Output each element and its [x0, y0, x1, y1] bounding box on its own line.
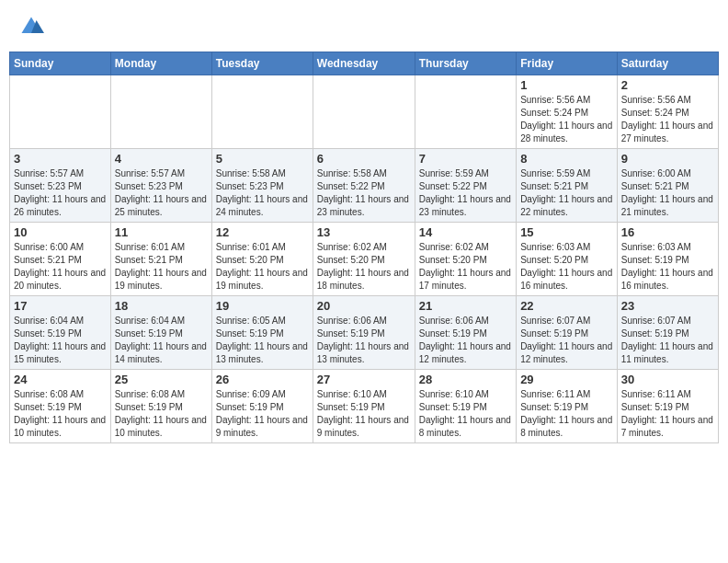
calendar-week-row: 1Sunrise: 5:56 AM Sunset: 5:24 PM Daylig…: [10, 75, 719, 149]
day-number: 6: [317, 152, 411, 166]
day-info: Sunrise: 5:58 AM Sunset: 5:23 PM Dayligh…: [216, 167, 309, 219]
day-info: Sunrise: 6:02 AM Sunset: 5:20 PM Dayligh…: [419, 241, 512, 293]
calendar-cell: 11Sunrise: 6:01 AM Sunset: 5:21 PM Dayli…: [110, 223, 211, 296]
day-info: Sunrise: 5:59 AM Sunset: 5:21 PM Dayligh…: [520, 167, 613, 219]
day-info: Sunrise: 6:00 AM Sunset: 5:21 PM Dayligh…: [621, 167, 714, 219]
calendar-cell: 18Sunrise: 6:04 AM Sunset: 5:19 PM Dayli…: [110, 296, 211, 370]
day-info: Sunrise: 6:01 AM Sunset: 5:20 PM Dayligh…: [216, 241, 309, 293]
calendar-cell: 26Sunrise: 6:09 AM Sunset: 5:19 PM Dayli…: [211, 370, 313, 443]
day-number: 12: [216, 225, 309, 239]
calendar-week-row: 10Sunrise: 6:00 AM Sunset: 5:21 PM Dayli…: [10, 223, 719, 296]
calendar-cell: 22Sunrise: 6:07 AM Sunset: 5:19 PM Dayli…: [517, 296, 618, 370]
day-info: Sunrise: 5:56 AM Sunset: 5:24 PM Dayligh…: [621, 94, 714, 145]
calendar-cell: 3Sunrise: 5:57 AM Sunset: 5:23 PM Daylig…: [10, 149, 111, 223]
day-number: 13: [317, 225, 411, 239]
day-info: Sunrise: 6:07 AM Sunset: 5:19 PM Dayligh…: [621, 315, 714, 366]
weekday-header: Wednesday: [313, 52, 415, 75]
calendar-cell: 8Sunrise: 5:59 AM Sunset: 5:21 PM Daylig…: [517, 149, 618, 223]
day-info: Sunrise: 5:58 AM Sunset: 5:22 PM Dayligh…: [317, 167, 411, 219]
day-number: 18: [115, 299, 208, 313]
day-number: 5: [216, 152, 309, 166]
day-info: Sunrise: 5:56 AM Sunset: 5:24 PM Dayligh…: [520, 94, 613, 145]
day-info: Sunrise: 6:08 AM Sunset: 5:19 PM Dayligh…: [115, 388, 208, 440]
day-info: Sunrise: 6:11 AM Sunset: 5:19 PM Dayligh…: [621, 388, 714, 440]
calendar-cell: 19Sunrise: 6:05 AM Sunset: 5:19 PM Dayli…: [211, 296, 313, 370]
day-number: 29: [520, 373, 613, 386]
day-number: 23: [621, 299, 714, 313]
calendar-cell: 15Sunrise: 6:03 AM Sunset: 5:20 PM Dayli…: [517, 223, 618, 296]
calendar-week-row: 17Sunrise: 6:04 AM Sunset: 5:19 PM Dayli…: [10, 296, 719, 370]
calendar-cell: [110, 75, 211, 149]
day-info: Sunrise: 6:03 AM Sunset: 5:20 PM Dayligh…: [520, 241, 613, 293]
day-info: Sunrise: 6:10 AM Sunset: 5:19 PM Dayligh…: [419, 388, 512, 440]
weekday-header: Sunday: [10, 52, 111, 75]
calendar-cell: 5Sunrise: 5:58 AM Sunset: 5:23 PM Daylig…: [211, 149, 313, 223]
day-info: Sunrise: 6:04 AM Sunset: 5:19 PM Dayligh…: [115, 315, 208, 366]
calendar-cell: 9Sunrise: 6:00 AM Sunset: 5:21 PM Daylig…: [617, 149, 718, 223]
day-info: Sunrise: 6:01 AM Sunset: 5:21 PM Dayligh…: [115, 241, 208, 293]
logo: [18, 14, 48, 40]
day-info: Sunrise: 6:06 AM Sunset: 5:19 PM Dayligh…: [317, 315, 411, 366]
day-number: 11: [115, 225, 208, 239]
calendar-cell: 27Sunrise: 6:10 AM Sunset: 5:19 PM Dayli…: [313, 370, 415, 443]
day-info: Sunrise: 6:11 AM Sunset: 5:19 PM Dayligh…: [520, 388, 613, 440]
day-number: 8: [520, 152, 613, 166]
calendar-cell: 10Sunrise: 6:00 AM Sunset: 5:21 PM Dayli…: [10, 223, 111, 296]
weekday-header: Thursday: [415, 52, 516, 75]
day-number: 17: [14, 299, 107, 313]
day-number: 3: [14, 152, 107, 166]
calendar-cell: 17Sunrise: 6:04 AM Sunset: 5:19 PM Dayli…: [10, 296, 111, 370]
day-info: Sunrise: 6:04 AM Sunset: 5:19 PM Dayligh…: [14, 315, 107, 366]
calendar-cell: 24Sunrise: 6:08 AM Sunset: 5:19 PM Dayli…: [10, 370, 111, 443]
day-info: Sunrise: 6:03 AM Sunset: 5:19 PM Dayligh…: [621, 241, 714, 293]
day-number: 25: [115, 373, 208, 386]
calendar-cell: 7Sunrise: 5:59 AM Sunset: 5:22 PM Daylig…: [415, 149, 516, 223]
day-info: Sunrise: 5:57 AM Sunset: 5:23 PM Dayligh…: [115, 167, 208, 219]
calendar-table: SundayMondayTuesdayWednesdayThursdayFrid…: [9, 52, 719, 443]
day-number: 16: [621, 225, 714, 239]
calendar-cell: 16Sunrise: 6:03 AM Sunset: 5:19 PM Dayli…: [617, 223, 718, 296]
weekday-header: Saturday: [617, 52, 718, 75]
day-number: 7: [419, 152, 512, 166]
calendar-cell: 20Sunrise: 6:06 AM Sunset: 5:19 PM Dayli…: [313, 296, 415, 370]
calendar-cell: 6Sunrise: 5:58 AM Sunset: 5:22 PM Daylig…: [313, 149, 415, 223]
calendar-cell: [313, 75, 415, 149]
day-number: 9: [621, 152, 714, 166]
calendar-cell: 12Sunrise: 6:01 AM Sunset: 5:20 PM Dayli…: [211, 223, 313, 296]
day-number: 4: [115, 152, 208, 166]
day-info: Sunrise: 5:57 AM Sunset: 5:23 PM Dayligh…: [14, 167, 107, 219]
day-info: Sunrise: 5:59 AM Sunset: 5:22 PM Dayligh…: [419, 167, 512, 219]
logo-icon: [18, 14, 44, 40]
calendar-cell: [211, 75, 313, 149]
day-info: Sunrise: 6:00 AM Sunset: 5:21 PM Dayligh…: [14, 241, 107, 293]
day-info: Sunrise: 6:09 AM Sunset: 5:19 PM Dayligh…: [216, 388, 309, 440]
day-number: 26: [216, 373, 309, 386]
day-number: 22: [520, 299, 613, 313]
day-info: Sunrise: 6:10 AM Sunset: 5:19 PM Dayligh…: [317, 388, 411, 440]
day-number: 14: [419, 225, 512, 239]
calendar-cell: 21Sunrise: 6:06 AM Sunset: 5:19 PM Dayli…: [415, 296, 516, 370]
day-number: 24: [14, 373, 107, 386]
day-number: 27: [317, 373, 411, 386]
calendar-header-row: SundayMondayTuesdayWednesdayThursdayFrid…: [10, 52, 719, 75]
day-number: 28: [419, 373, 512, 386]
calendar-cell: 14Sunrise: 6:02 AM Sunset: 5:20 PM Dayli…: [415, 223, 516, 296]
calendar-week-row: 24Sunrise: 6:08 AM Sunset: 5:19 PM Dayli…: [10, 370, 719, 443]
calendar-cell: 2Sunrise: 5:56 AM Sunset: 5:24 PM Daylig…: [617, 75, 718, 149]
calendar-week-row: 3Sunrise: 5:57 AM Sunset: 5:23 PM Daylig…: [10, 149, 719, 223]
day-number: 2: [621, 78, 714, 92]
day-number: 15: [520, 225, 613, 239]
day-number: 19: [216, 299, 309, 313]
calendar-cell: 28Sunrise: 6:10 AM Sunset: 5:19 PM Dayli…: [415, 370, 516, 443]
day-number: 10: [14, 225, 107, 239]
calendar-cell: 25Sunrise: 6:08 AM Sunset: 5:19 PM Dayli…: [110, 370, 211, 443]
calendar-cell: 4Sunrise: 5:57 AM Sunset: 5:23 PM Daylig…: [110, 149, 211, 223]
page-header: [9, 9, 719, 44]
calendar-cell: 1Sunrise: 5:56 AM Sunset: 5:24 PM Daylig…: [517, 75, 618, 149]
day-number: 21: [419, 299, 512, 313]
day-info: Sunrise: 6:07 AM Sunset: 5:19 PM Dayligh…: [520, 315, 613, 366]
calendar-cell: [415, 75, 516, 149]
day-info: Sunrise: 6:05 AM Sunset: 5:19 PM Dayligh…: [216, 315, 309, 366]
calendar-cell: 30Sunrise: 6:11 AM Sunset: 5:19 PM Dayli…: [617, 370, 718, 443]
weekday-header: Monday: [110, 52, 211, 75]
